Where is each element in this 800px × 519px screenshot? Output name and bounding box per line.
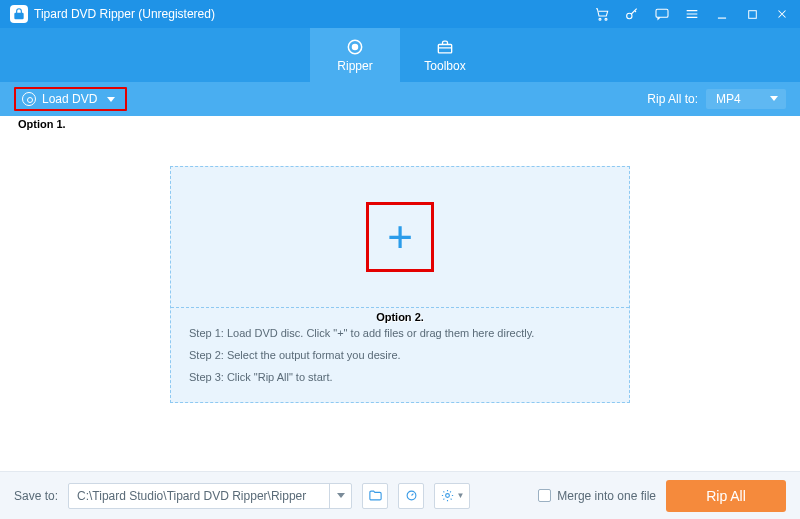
tab-ripper-label: Ripper <box>337 59 372 73</box>
save-path-dropdown[interactable] <box>329 484 351 508</box>
folder-icon <box>368 488 383 503</box>
annotation-option2-box: + <box>366 202 434 272</box>
tab-toolbox[interactable]: Toolbox <box>400 28 490 82</box>
load-dvd-label: Load DVD <box>42 92 97 106</box>
merge-checkbox[interactable]: Merge into one file <box>538 489 656 503</box>
checkbox-icon <box>538 489 551 502</box>
tab-bar: Ripper Toolbox <box>0 28 800 82</box>
save-path-input[interactable] <box>69 489 329 503</box>
svg-point-1 <box>605 18 607 20</box>
toolbar: Load DVD Rip All to: MP4 <box>0 82 800 116</box>
svg-point-9 <box>445 494 449 498</box>
chevron-down-icon: ▼ <box>457 491 465 500</box>
annotation-option2: Option 2. <box>376 311 424 323</box>
disc-icon <box>22 92 36 106</box>
feedback-icon[interactable] <box>654 6 670 22</box>
load-dvd-button[interactable]: Load DVD <box>14 87 127 111</box>
app-logo <box>10 5 28 23</box>
main-area: + Option 2. Step 1: Load DVD disc. Click… <box>0 116 800 471</box>
add-files-button[interactable]: + <box>387 215 413 259</box>
gear-icon <box>440 488 455 503</box>
step-1-text: Step 1: Load DVD disc. Click "+" to add … <box>189 322 611 344</box>
step-3-text: Step 3: Click "Rip All" to start. <box>189 366 611 388</box>
svg-rect-7 <box>438 45 451 53</box>
tab-ripper[interactable]: Ripper <box>310 28 400 82</box>
rip-all-to-label: Rip All to: <box>647 92 698 106</box>
open-folder-button[interactable] <box>362 483 388 509</box>
drop-zone-top: + Option 2. <box>171 167 629 307</box>
chevron-down-icon <box>107 97 115 102</box>
menu-icon[interactable] <box>684 6 700 22</box>
save-to-label: Save to: <box>14 489 58 503</box>
svg-rect-4 <box>748 10 756 18</box>
toolbox-icon <box>435 37 455 57</box>
annotation-option1: Option 1. <box>18 118 66 130</box>
key-icon[interactable] <box>624 6 640 22</box>
svg-point-0 <box>599 18 601 20</box>
output-format-select[interactable]: MP4 <box>706 89 786 109</box>
settings-speed-button[interactable] <box>398 483 424 509</box>
target-icon <box>345 37 365 57</box>
speed-icon <box>404 488 419 503</box>
merge-label: Merge into one file <box>557 489 656 503</box>
drop-zone[interactable]: + Option 2. Step 1: Load DVD disc. Click… <box>170 166 630 403</box>
chevron-down-icon <box>770 96 778 101</box>
output-format-value: MP4 <box>716 92 741 106</box>
window-title: Tipard DVD Ripper (Unregistered) <box>34 7 594 21</box>
minimize-button[interactable] <box>714 6 730 22</box>
save-path-box <box>68 483 352 509</box>
tab-toolbox-label: Toolbox <box>424 59 465 73</box>
svg-point-2 <box>627 13 632 18</box>
step-2-text: Step 2: Select the output format you des… <box>189 344 611 366</box>
maximize-button[interactable] <box>744 6 760 22</box>
rip-all-to: Rip All to: MP4 <box>647 89 786 109</box>
settings-button[interactable]: ▼ <box>434 483 470 509</box>
title-bar: Tipard DVD Ripper (Unregistered) <box>0 0 800 28</box>
rip-all-button[interactable]: Rip All <box>666 480 786 512</box>
footer-bar: Save to: ▼ Merge into one file Rip All <box>0 471 800 519</box>
cart-icon[interactable] <box>594 6 610 22</box>
close-button[interactable] <box>774 6 790 22</box>
svg-point-6 <box>353 45 358 50</box>
